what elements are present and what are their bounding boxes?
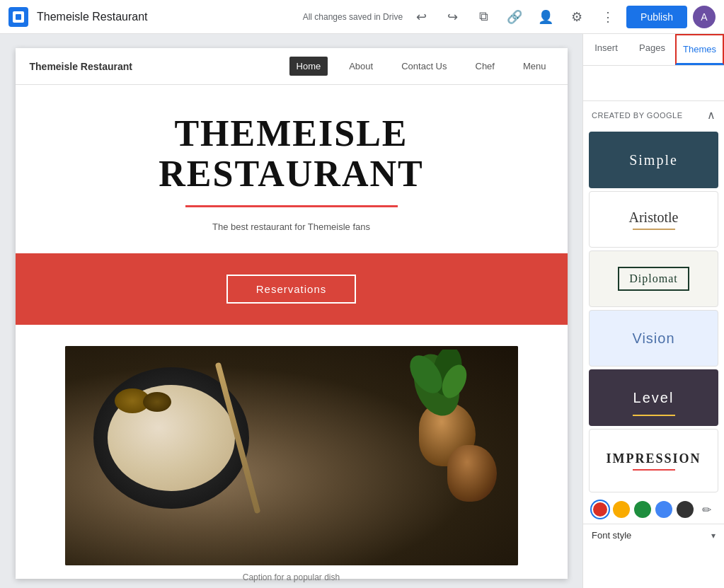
custom-color-button[interactable]: ✏ [698,501,715,518]
site-canvas: Themeisle Restaurant Home About Contact … [16,48,568,579]
panel-content: CREATED BY GOOGLE ∧ Simple Aristotle Dip… [583,66,724,588]
nav-chef[interactable]: Chef [469,57,502,76]
redo-button[interactable]: ↪ [439,4,465,30]
nav-contact[interactable]: Contact Us [394,57,454,76]
level-underline [633,415,675,416]
theme-name-level: Level [633,390,674,406]
site-brand: Themeisle Restaurant [30,61,289,72]
share-button[interactable]: 👤 [533,4,558,30]
app-title: Themeisle Restaurant [37,11,148,23]
greens-icon [398,350,476,420]
theme-card-level[interactable]: Level [589,369,718,426]
theme-name-aristotle: Aristotle [629,209,679,226]
swatch-red[interactable] [592,501,609,518]
site-nav: Themeisle Restaurant Home About Contact … [16,48,568,85]
publish-button[interactable]: Publish [626,6,687,28]
avatar[interactable]: A [693,6,716,28]
right-panel: Insert Pages Themes CREATED BY GOOGLE ∧ … [582,34,724,588]
theme-card-diplomat[interactable]: Diplomat [589,250,718,307]
nav-menu[interactable]: Menu [516,57,553,76]
swatch-green[interactable] [634,501,651,518]
hero-title: THEMEISLE RESTAURANT [30,113,553,194]
food-caption: Caption for a popular dish [37,572,546,582]
section-header: CREATED BY GOOGLE ∧ [583,101,724,129]
scroll-area-top [583,66,724,101]
tab-themes[interactable]: Themes [675,34,724,65]
settings-button[interactable]: ⚙ [564,4,590,30]
tab-pages[interactable]: Pages [629,34,675,65]
impression-underline [633,469,675,471]
food-image [65,346,518,565]
hero-title-line2: RESTAURANT [30,154,553,194]
theme-name-impression: IMPRESSION [606,451,701,466]
swatch-yellow[interactable] [613,501,630,518]
nav-about[interactable]: About [342,57,380,76]
font-style-row[interactable]: Font style ▾ [583,524,724,546]
theme-name-diplomat: Diplomat [618,267,689,291]
undo-button[interactable]: ↩ [408,4,434,30]
more-button[interactable]: ⋮ [595,4,621,30]
nav-home[interactable]: Home [289,57,328,76]
theme-name-vision: Vision [632,330,674,347]
swatch-blue[interactable] [655,501,672,518]
mushroom-2 [143,392,171,412]
panel-tabs: Insert Pages Themes [583,34,724,66]
google-logo [8,7,28,27]
section-header-label: CREATED BY GOOGLE [592,111,683,120]
font-style-label: Font style [592,530,631,541]
reservations-button[interactable]: Reservations [226,275,357,304]
collapse-icon[interactable]: ∧ [707,108,716,122]
mushroom-right-2 [447,445,497,502]
site-nav-links: Home About Contact Us Chef Menu [289,57,553,76]
hero-title-line1: THEMEISLE [30,113,553,154]
tab-insert[interactable]: Insert [583,34,629,65]
aristotle-underline [633,229,675,230]
hero-divider [185,205,398,207]
theme-card-impression[interactable]: IMPRESSION [589,429,718,492]
link-button[interactable]: 🔗 [502,4,527,30]
preview-button[interactable]: ⧉ [471,4,496,30]
canvas-area: Themeisle Restaurant Home About Contact … [0,34,582,588]
swatch-dark[interactable] [677,501,694,518]
theme-card-simple[interactable]: Simple [589,132,718,188]
food-image-bg [65,346,518,565]
toolbar: Themeisle Restaurant All changes saved i… [0,0,724,34]
hero-subtitle: The best restaurant for Themeisle fans [30,221,553,232]
font-style-chevron-icon: ▾ [711,531,716,541]
theme-card-vision[interactable]: Vision [589,310,718,367]
save-status: All changes saved in Drive [303,12,403,22]
theme-card-aristotle[interactable]: Aristotle [589,191,718,248]
reservations-section: Reservations [16,253,568,325]
main-area: Themeisle Restaurant Home About Contact … [0,34,724,588]
food-section: Caption for a popular dish [16,325,568,588]
theme-name-simple: Simple [629,152,678,168]
color-swatches: ✏ [583,495,724,524]
hero-section: THEMEISLE RESTAURANT The best restaurant… [16,85,568,253]
